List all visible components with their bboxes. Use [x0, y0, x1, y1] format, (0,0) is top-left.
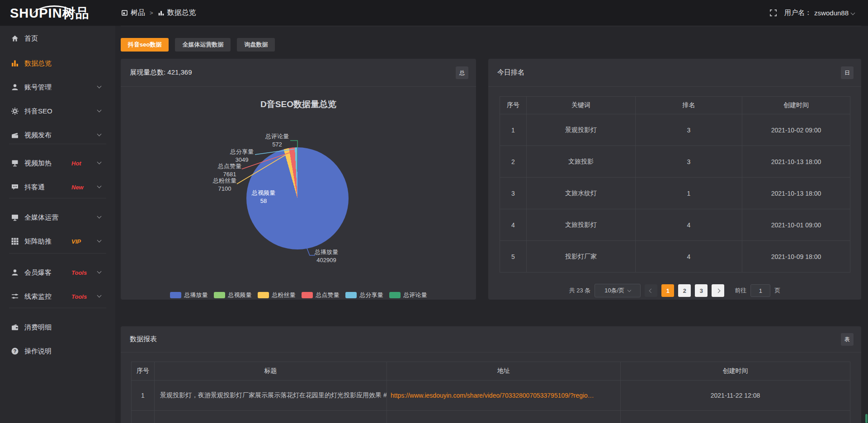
page-button-1[interactable]: 1: [661, 284, 674, 297]
table-row[interactable]: 2文旅投影32021-10-13 18:00: [500, 146, 850, 178]
sidebar-item-account[interactable]: 账号管理: [0, 78, 115, 96]
tab-omni-media-data[interactable]: 全媒体运营数据: [175, 38, 231, 52]
sidebar-item-matrix-boost[interactable]: 矩阵助推 VIP: [0, 232, 115, 250]
monitor-icon: [11, 213, 19, 221]
tab-douyin-seo-data[interactable]: 抖音seo数据: [121, 38, 169, 52]
sidebar-divider: [9, 198, 106, 198]
header-divider: [121, 26, 861, 26]
legend-swatch: [345, 292, 357, 298]
ranking-title: 今日排名: [497, 68, 524, 77]
prev-page-button[interactable]: [645, 284, 657, 297]
col-created: 创建时间: [621, 362, 850, 381]
sidebar-divider: [9, 144, 106, 144]
tools-badge: Tools: [71, 269, 87, 276]
legend-item-likes[interactable]: 总点赞量: [302, 291, 340, 299]
legend-swatch: [258, 292, 269, 298]
chevron-down-icon: [97, 132, 102, 136]
page-button-2[interactable]: 2: [678, 284, 691, 297]
ranking-table: 序号 关键词 排名 创建时间 1景观投影灯32021-10-02 09:00 2…: [500, 96, 850, 273]
table-header-row: 序号 关键词 排名 创建时间: [500, 97, 850, 114]
col-keyword: 关键词: [527, 97, 636, 114]
sidebar-item-member-baoke[interactable]: 会员爆客 Tools: [0, 263, 115, 282]
chevron-down-icon: [97, 84, 102, 89]
chevron-down-icon: [97, 238, 102, 243]
topbar: SHUPIN树品 树品 > 数据总览 用户名：zswodun88: [0, 0, 868, 26]
chevron-down-icon: [627, 288, 631, 291]
page-size-select[interactable]: 10条/页: [594, 284, 641, 297]
sidebar-item-home[interactable]: 首页: [0, 29, 115, 47]
chat-bubble-icon: [11, 183, 19, 191]
page-button-3[interactable]: 3: [695, 284, 708, 297]
data-source-tabs: 抖音seo数据 全媒体运营数据 询盘数据: [121, 38, 275, 52]
table-row[interactable]: 5投影灯厂家42021-10-09 18:00: [500, 241, 850, 273]
table-row[interactable]: 1 景观投影灯，夜游景观投影灯厂家展示展示落花灯在花园里的灯光投影应用效果 # …: [132, 381, 850, 411]
app-icon: [121, 9, 128, 16]
legend-item-shares[interactable]: 总分享量: [345, 291, 383, 299]
chevron-down-icon: [97, 108, 102, 113]
screen-icon: [11, 159, 19, 167]
sidebar-item-data-overview[interactable]: 数据总览: [0, 54, 115, 72]
sidebar-item-consumption-detail[interactable]: 消费明细: [0, 318, 115, 336]
app-window: SHUPIN树品 树品 > 数据总览 用户名：zswodun88 首页: [0, 0, 868, 423]
col-created: 创建时间: [742, 97, 850, 114]
ranking-panel: 今日排名 日 序号 关键词 排名 创建时间 1景观投影灯32021-10-02 …: [488, 59, 861, 300]
user-icon: [11, 268, 19, 277]
chevron-down-icon: [97, 160, 102, 164]
table-row[interactable]: 4文旅投影灯42021-10-01 09:00: [500, 209, 850, 241]
daily-view-button[interactable]: 日: [841, 66, 854, 79]
legend-swatch: [389, 292, 401, 298]
vip-badge: VIP: [71, 238, 81, 245]
sidebar-item-douketong[interactable]: 抖客通 New: [0, 178, 115, 196]
sidebar-item-video-heat[interactable]: 视频加热 Hot: [0, 154, 115, 172]
user-icon: [11, 83, 19, 91]
col-index: 序号: [500, 97, 527, 114]
pagination-total: 共 23 条: [569, 287, 591, 295]
topbar-user-area: 用户名：zswodun88: [769, 0, 854, 26]
legend-swatch: [302, 292, 313, 298]
pie-label-plays: 总播放量 402909: [302, 248, 351, 264]
total-view-button[interactable]: 总: [456, 66, 468, 79]
table-row[interactable]: 1景观投影灯32021-10-02 09:00: [500, 114, 850, 146]
legend-swatch: [170, 292, 181, 298]
chevron-down-icon: [97, 269, 102, 274]
legend-item-plays[interactable]: 总播放量: [170, 291, 208, 299]
col-title: 标题: [155, 362, 387, 381]
legend-swatch: [214, 292, 225, 298]
chevron-down-icon: [97, 293, 102, 298]
goto-unit: 页: [774, 287, 780, 295]
chevron-right-icon: [716, 288, 720, 293]
chevron-left-icon: [649, 288, 653, 293]
goto-page-input[interactable]: [750, 284, 770, 297]
breadcrumb-current[interactable]: 数据总览: [158, 8, 196, 18]
sidebar-item-douyin-seo[interactable]: 抖音SEO: [0, 102, 115, 120]
sidebar-item-instructions[interactable]: ? 操作说明: [0, 342, 115, 360]
sidebar-item-lead-monitor[interactable]: 线索监控 Tools: [0, 287, 115, 306]
tab-inquiry-data[interactable]: 询盘数据: [237, 38, 275, 52]
pie-label-shares: 总分享量 3049: [217, 148, 267, 164]
legend-item-videos[interactable]: 总视频量: [214, 291, 252, 299]
breadcrumb-root[interactable]: 树品: [121, 8, 145, 18]
legend-item-comments[interactable]: 总评论量: [389, 291, 427, 299]
scrollbar-thumb[interactable]: [865, 414, 868, 423]
sidebar-item-video-publish[interactable]: 视频发布: [0, 126, 115, 144]
user-menu[interactable]: 用户名：zswodun88: [784, 9, 854, 17]
breadcrumb: 树品 > 数据总览: [121, 0, 196, 26]
hot-badge: Hot: [71, 160, 81, 167]
report-panel: 数据报表 表 序号 标题 地址 创建时间 1 景观投影灯，夜游景观投影灯厂家展示…: [121, 326, 861, 423]
fullscreen-icon[interactable]: [769, 9, 777, 17]
next-page-button[interactable]: [712, 284, 724, 297]
gear-icon: [11, 107, 19, 115]
legend-item-fans[interactable]: 总粉丝量: [258, 291, 296, 299]
overview-panel-header: 展现量总数: 421,369: [121, 59, 476, 87]
table-view-button[interactable]: 表: [841, 333, 854, 346]
video-url-link[interactable]: https://www.iesdouyin.com/share/video/70…: [387, 381, 621, 411]
clapperboard-icon: [11, 131, 19, 139]
table-row: [132, 411, 850, 423]
sidebar-item-omni-media[interactable]: 全媒体运营: [0, 208, 115, 226]
col-url: 地址: [387, 362, 621, 381]
table-row[interactable]: 3文旅水纹灯12021-10-13 18:00: [500, 178, 850, 209]
report-panel-header: 数据报表: [121, 326, 861, 352]
pie-label-likes: 总点赞量 7681: [205, 162, 255, 179]
grid-icon: [11, 237, 19, 245]
pagination: 共 23 条 10条/页 1 2 3 前往 页: [488, 284, 861, 297]
